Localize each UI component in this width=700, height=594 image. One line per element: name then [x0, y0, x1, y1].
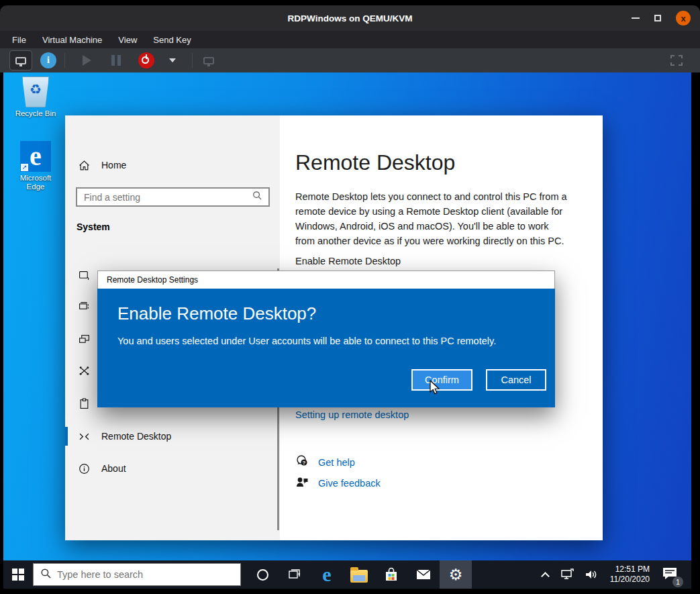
menu-view[interactable]: View: [118, 35, 137, 45]
windows-taskbar: e ⚙ 12:51 P: [3, 560, 691, 589]
remote-desktop-icon: [77, 431, 91, 442]
vm-toolbar: i: [0, 48, 700, 72]
tray-chevron-icon[interactable]: [541, 572, 550, 581]
home-icon: [77, 160, 91, 171]
network-icon[interactable]: [560, 568, 574, 581]
sidebar-item-projecting[interactable]: [65, 330, 91, 348]
shared-experiences-icon: [77, 365, 91, 377]
store-button[interactable]: [375, 560, 407, 589]
desktop-icon-recycle-bin[interactable]: ♻ Recycle Bin: [10, 77, 61, 118]
desktop-icon-label: Recycle Bin: [10, 109, 61, 118]
menu-send-key[interactable]: Send Key: [153, 35, 191, 45]
mail-button[interactable]: [407, 560, 440, 589]
give-feedback-row[interactable]: Give feedback: [295, 475, 381, 491]
sidebar-item-remote-desktop[interactable]: Remote Desktop: [65, 427, 171, 446]
snapshots-icon: [203, 57, 214, 64]
give-feedback-icon: [295, 475, 309, 491]
svg-text:?: ?: [303, 460, 306, 466]
sidebar-item-label: Remote Desktop: [101, 431, 171, 442]
folder-icon: [350, 570, 368, 583]
sidebar-item-label: Home: [101, 160, 126, 170]
minimize-icon[interactable]: [632, 17, 640, 19]
cortana-icon: [257, 569, 268, 581]
page-title: Remote Desktop: [295, 150, 455, 175]
dialog-message: You and users selected under User accoun…: [117, 336, 496, 346]
desktop-icon-label: Microsoft Edge: [15, 174, 56, 191]
console-button[interactable]: [9, 50, 32, 70]
start-button[interactable]: [3, 560, 33, 589]
guest-display-area: ♻ Recycle Bin e ➚ Microsoft Edge Setting…: [0, 72, 700, 594]
dialog-body: Enable Remote Desktop? You and users sel…: [97, 289, 555, 407]
sidebar-section-system: System: [77, 221, 110, 232]
snapshots-button[interactable]: [203, 50, 214, 70]
toolbar-separator: [192, 53, 193, 68]
monitor-icon: [15, 57, 26, 64]
search-icon: [40, 568, 52, 582]
sidebar-item-home[interactable]: Home: [65, 156, 126, 175]
maximize-icon[interactable]: [654, 15, 661, 21]
store-bag-icon: [384, 567, 399, 582]
vm-viewer-window: RDPWindows on QEMU/KVM x File Virtual Ma…: [0, 0, 700, 594]
sidebar-item-shared-experiences[interactable]: [65, 361, 91, 380]
close-icon[interactable]: x: [676, 11, 691, 26]
taskbar-search-box[interactable]: [33, 563, 241, 586]
sidebar-item-multitasking[interactable]: [65, 297, 91, 315]
get-help-row[interactable]: ? Get help: [295, 454, 355, 471]
mail-icon: [415, 566, 432, 583]
volume-icon[interactable]: [584, 568, 599, 581]
menu-file[interactable]: File: [12, 35, 26, 45]
about-icon: [77, 463, 91, 475]
sidebar-item-about[interactable]: About: [65, 459, 126, 478]
dialog-title: Remote Desktop Settings: [107, 275, 198, 285]
fullscreen-icon[interactable]: [670, 55, 683, 66]
give-feedback-link[interactable]: Give feedback: [318, 478, 381, 489]
settings-search-input[interactable]: [77, 192, 252, 203]
cancel-button[interactable]: Cancel: [486, 369, 546, 391]
taskbar-search-input[interactable]: [52, 569, 240, 580]
pause-icon[interactable]: [111, 55, 121, 66]
windows-logo-icon: [12, 568, 24, 581]
get-help-icon: ?: [295, 454, 309, 471]
tablet-mode-icon: [77, 270, 91, 281]
clock-time: 12:51 PM: [610, 564, 650, 575]
dialog-heading: Enable Remote Desktop?: [117, 303, 316, 324]
dialog-titlebar[interactable]: Remote Desktop Settings: [97, 270, 555, 289]
recycle-bin-icon: ♻: [22, 77, 49, 107]
run-icon[interactable]: [83, 55, 91, 66]
task-view-icon: [288, 568, 301, 581]
vm-titlebar[interactable]: RDPWindows on QEMU/KVM x: [0, 5, 700, 31]
search-icon[interactable]: [252, 191, 262, 203]
mouse-cursor: [428, 380, 443, 399]
toolbar-separator: [64, 53, 65, 68]
shutdown-button[interactable]: [138, 52, 154, 68]
shutdown-menu-caret-icon[interactable]: [169, 58, 176, 62]
taskbar-clock[interactable]: 12:51 PM 11/20/2020: [610, 564, 650, 585]
projecting-icon: [77, 334, 91, 345]
cortana-button[interactable]: [246, 560, 279, 589]
settings-search-box[interactable]: [76, 187, 270, 207]
sidebar-item-tablet-mode[interactable]: [65, 266, 91, 285]
multitasking-icon: [77, 301, 91, 312]
edge-taskbar-button[interactable]: e: [311, 560, 343, 589]
notification-badge: 1: [672, 577, 683, 587]
sidebar-item-label: About: [101, 463, 126, 474]
windows-desktop: ♻ Recycle Bin e ➚ Microsoft Edge Setting…: [3, 72, 691, 589]
desktop-icon-microsoft-edge[interactable]: e ➚ Microsoft Edge: [10, 141, 61, 191]
vm-window-title: RDPWindows on QEMU/KVM: [288, 13, 413, 23]
menu-virtual-machine[interactable]: Virtual Machine: [42, 35, 102, 45]
setting-up-remote-desktop-link[interactable]: Setting up remote desktop: [295, 409, 409, 420]
vm-details-button[interactable]: i: [40, 52, 56, 68]
clock-date: 11/20/2020: [610, 575, 650, 585]
settings-taskbar-button[interactable]: ⚙: [440, 560, 472, 589]
file-explorer-button[interactable]: [343, 560, 375, 589]
system-tray: 12:51 PM 11/20/2020 1: [536, 560, 686, 589]
shortcut-arrow-icon: ➚: [21, 164, 28, 171]
page-description: Remote Desktop lets you connect to and c…: [295, 189, 570, 248]
clipboard-icon: [77, 398, 91, 409]
action-center-button[interactable]: 1: [662, 566, 678, 583]
task-view-button[interactable]: [279, 560, 311, 589]
enable-remote-desktop-label: Enable Remote Desktop: [295, 256, 401, 266]
sidebar-item-clipboard[interactable]: [65, 394, 91, 413]
get-help-link[interactable]: Get help: [318, 457, 355, 468]
remote-desktop-settings-dialog: Remote Desktop Settings Enable Remote De…: [97, 270, 555, 407]
